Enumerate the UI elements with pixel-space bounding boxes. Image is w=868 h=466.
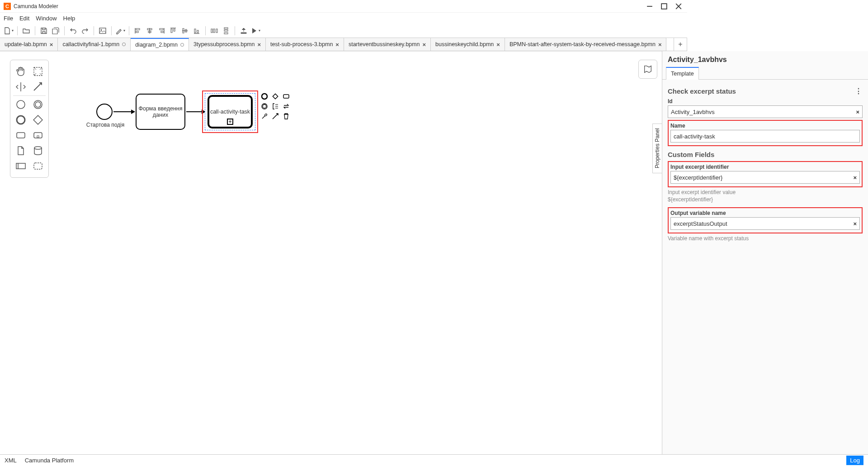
space-tool-icon[interactable]: [14, 80, 28, 94]
tab-update-lab[interactable]: update-lab.bpmn×: [0, 38, 58, 51]
svg-rect-17: [174, 29, 175, 31]
template-tab[interactable]: Template: [666, 67, 687, 80]
wrench-icon[interactable]: [260, 112, 269, 120]
add-tab-button[interactable]: +: [674, 38, 687, 51]
close-icon[interactable]: ×: [658, 41, 662, 48]
svg-rect-38: [34, 133, 42, 138]
undo-button[interactable]: [68, 26, 78, 36]
work-area: Стартова подія Форма введення даних call…: [0, 51, 687, 369]
close-icon[interactable]: ×: [496, 41, 500, 48]
align-top-button[interactable]: [168, 26, 178, 36]
close-icon[interactable]: ×: [335, 41, 339, 48]
participant-icon[interactable]: [14, 159, 28, 173]
tab-bpmn-start-after[interactable]: BPMN-start-after-system-task-by-received…: [505, 38, 667, 51]
svg-rect-16: [171, 29, 172, 33]
menu-window[interactable]: Window: [36, 15, 57, 22]
dirty-indicator: [122, 43, 126, 46]
distribute-h-button[interactable]: [209, 26, 219, 36]
tab-bussineskeychild[interactable]: bussineskeychild.bpmn×: [431, 38, 505, 51]
data-object-icon[interactable]: [14, 144, 28, 157]
image-button[interactable]: [98, 26, 108, 36]
align-left-button[interactable]: [133, 26, 143, 36]
tab-label: callactivityfinal-1.bpmn: [62, 41, 119, 48]
align-center-h-button[interactable]: [145, 26, 155, 36]
append-intermediate-event-icon[interactable]: [260, 102, 269, 110]
align-bottom-button[interactable]: [192, 26, 202, 36]
tab-test-sub-process[interactable]: test-sub-process-3.bpmn×: [266, 38, 344, 51]
append-gateway-icon[interactable]: [271, 92, 279, 100]
call-activity[interactable]: call-activity-task +: [208, 95, 253, 128]
color-button[interactable]: [115, 26, 125, 36]
close-icon[interactable]: ×: [50, 41, 53, 48]
input-excerpt-input[interactable]: ${excerptIdentifier} ×: [670, 171, 687, 184]
start-event-icon[interactable]: [14, 98, 28, 111]
start-event[interactable]: Стартова подія: [96, 104, 113, 120]
input-excerpt-highlight: Input excerpt identifier ${excerptIdenti…: [668, 161, 687, 187]
maximize-icon[interactable]: [661, 3, 667, 10]
save-all-button[interactable]: [51, 26, 61, 36]
minimap-toggle[interactable]: [638, 60, 657, 79]
user-task[interactable]: Форма введення даних: [136, 94, 185, 130]
subprocess-icon[interactable]: [31, 128, 45, 142]
svg-point-40: [34, 147, 42, 149]
svg-rect-45: [273, 94, 278, 99]
name-input[interactable]: call-activity-task: [670, 130, 687, 143]
output-var-input[interactable]: excerptStatusOutput ×: [670, 217, 687, 230]
lasso-tool-icon[interactable]: [31, 65, 45, 78]
separator: [94, 26, 94, 35]
open-button[interactable]: [21, 26, 31, 36]
sequence-flow[interactable]: [113, 111, 135, 112]
properties-panel-toggle[interactable]: Properties Panel: [652, 124, 662, 173]
delete-icon[interactable]: [282, 112, 290, 120]
tab-diagram-2[interactable]: diagram_2.bpmn: [131, 38, 189, 51]
output-var-highlight: Output variable name excerptStatusOutput…: [668, 207, 687, 233]
intermediate-event-icon[interactable]: [31, 98, 45, 111]
distribute-v-button[interactable]: [221, 26, 231, 36]
gateway-icon[interactable]: [31, 113, 45, 127]
tab-starteventbussineskey[interactable]: starteventbussineskey.bpmn×: [344, 38, 431, 51]
id-value: Activity_1avbhvs: [671, 109, 687, 115]
close-icon[interactable]: ×: [257, 41, 261, 48]
svg-rect-46: [283, 95, 289, 98]
call-activity-label: call-activity-task: [210, 109, 250, 115]
svg-rect-22: [194, 29, 196, 33]
append-task-icon[interactable]: [282, 92, 290, 100]
minimize-icon[interactable]: [646, 3, 653, 10]
new-file-button[interactable]: [4, 26, 14, 36]
separator: [13, 95, 46, 96]
task-icon[interactable]: [14, 128, 28, 142]
canvas[interactable]: Стартова подія Форма введення даних call…: [0, 51, 662, 369]
svg-rect-43: [34, 163, 42, 169]
append-end-event-icon[interactable]: [260, 92, 269, 100]
close-window-icon[interactable]: [675, 3, 682, 10]
tab-callactivityfinal[interactable]: callactivityfinal-1.bpmn: [58, 38, 131, 51]
redo-button[interactable]: [80, 26, 90, 36]
connect-tool-icon[interactable]: [31, 80, 45, 94]
output-var-label: Output variable name: [670, 210, 687, 216]
tab-3typessubprocess[interactable]: 3typessubprocess.bpmn×: [189, 38, 266, 51]
data-store-icon[interactable]: [31, 144, 45, 157]
align-right-button[interactable]: [156, 26, 166, 36]
deploy-button[interactable]: [239, 26, 249, 36]
name-value: call-activity-task: [674, 133, 687, 140]
menu-edit[interactable]: Edit: [19, 15, 29, 22]
svg-point-34: [35, 102, 41, 107]
close-icon[interactable]: ×: [422, 41, 426, 48]
section-check-excerpt: Check excerpt status ⋮: [668, 87, 687, 95]
menu-help[interactable]: Help: [63, 15, 75, 22]
group-icon[interactable]: [31, 159, 45, 173]
save-button[interactable]: [39, 26, 49, 36]
svg-rect-29: [224, 33, 228, 34]
svg-rect-27: [224, 28, 228, 29]
tab-bar: update-lab.bpmn× callactivityfinal-1.bpm…: [0, 38, 687, 51]
end-event-icon[interactable]: [14, 113, 28, 127]
annotation-icon[interactable]: [271, 102, 279, 110]
connect-icon[interactable]: [271, 112, 279, 120]
menu-file[interactable]: File: [4, 15, 13, 22]
align-middle-button[interactable]: [180, 26, 190, 36]
change-type-icon[interactable]: [282, 102, 290, 110]
run-button[interactable]: [250, 26, 260, 36]
id-input[interactable]: Activity_1avbhvs ×: [668, 105, 687, 118]
expand-marker-icon: +: [227, 119, 233, 125]
hand-tool-icon[interactable]: [14, 65, 28, 78]
